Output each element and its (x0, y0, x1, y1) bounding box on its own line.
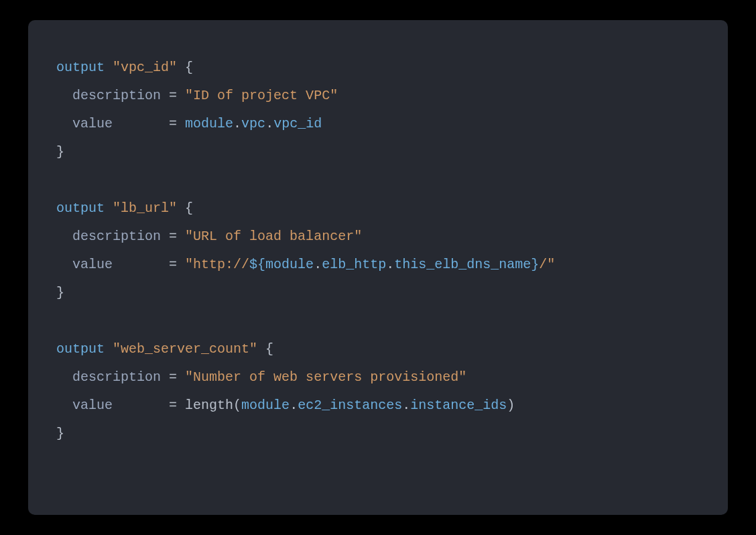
output-name: "vpc_id" (113, 60, 177, 75)
equals: = (169, 369, 177, 385)
attr-description: description (72, 229, 161, 244)
attr-value: value (72, 116, 113, 131)
token: ) (507, 398, 515, 413)
token: module (241, 398, 290, 413)
token: . (233, 116, 241, 131)
brace-open: { (265, 341, 273, 357)
token: . (290, 398, 298, 413)
brace-close: } (56, 426, 64, 441)
brace-open: { (185, 200, 193, 216)
keyword-output: output (56, 60, 105, 75)
description-value: "Number of web servers provisioned" (185, 369, 466, 385)
code-content: output "vpc_id" { description = "ID of p… (56, 54, 700, 448)
keyword-output: output (56, 200, 105, 216)
equals: = (169, 257, 177, 272)
equals: = (169, 229, 177, 244)
token: . (265, 116, 273, 131)
description-value: "ID of project VPC" (185, 88, 338, 103)
brace-open: { (185, 60, 193, 75)
keyword-output: output (56, 341, 105, 357)
attr-value: value (72, 398, 113, 413)
token: . (386, 257, 394, 272)
token: vpc_id (273, 116, 322, 131)
token: . (402, 398, 410, 413)
token: ec2_instances (298, 398, 402, 413)
brace-close: } (56, 285, 64, 300)
token: module (185, 116, 233, 131)
token: ( (233, 398, 241, 413)
token: . (314, 257, 322, 272)
token: vpc (241, 116, 265, 131)
token: elb_http (322, 257, 386, 272)
value-expr: module.vpc.vpc_id (185, 116, 322, 131)
token: length (185, 398, 233, 413)
token: } (531, 257, 539, 272)
token: /" (539, 257, 555, 272)
attr-description: description (72, 369, 161, 385)
token: "http:// (185, 257, 249, 272)
attr-value: value (72, 257, 113, 272)
equals: = (169, 398, 177, 413)
token: this_elb_dns_name (394, 257, 531, 272)
code-window: output "vpc_id" { description = "ID of p… (28, 20, 728, 515)
equals: = (169, 116, 177, 131)
token: instance_ids (410, 398, 507, 413)
token: ${ (249, 257, 265, 272)
equals: = (169, 88, 177, 103)
attr-description: description (72, 88, 161, 103)
value-expr: "http://${module.elb_http.this_elb_dns_n… (185, 257, 555, 272)
token: module (265, 257, 314, 272)
output-name: "lb_url" (113, 200, 177, 216)
description-value: "URL of load balancer" (185, 229, 362, 244)
output-name: "web_server_count" (113, 341, 257, 357)
brace-close: } (56, 144, 64, 160)
value-expr: length(module.ec2_instances.instance_ids… (185, 398, 515, 413)
